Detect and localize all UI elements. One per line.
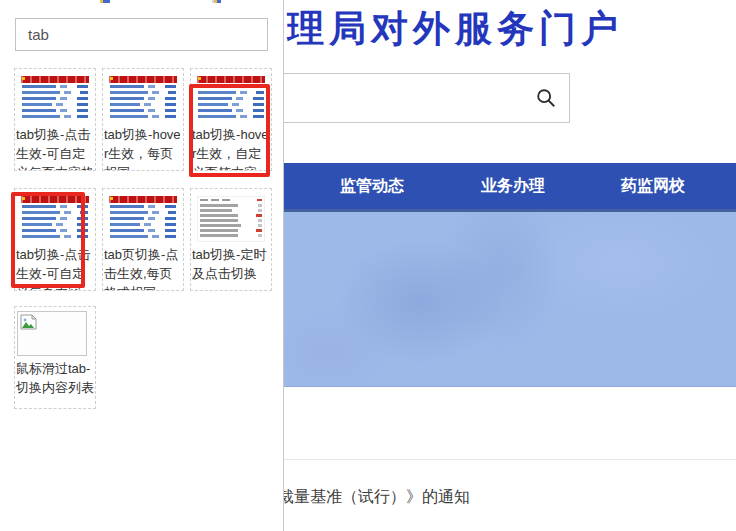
red-table-thumbnail [109, 196, 177, 242]
clipped-thumbnail-fragment [212, 0, 221, 3]
page-title-text: 理局对外服务门户 [287, 8, 623, 49]
news-item-link[interactable]: 裁量基准（试行）》的通知 [278, 487, 470, 508]
template-card-label: 鼠标滑过tab-切换内容列表 [16, 359, 96, 397]
template-card[interactable]: tab切换-点击生效-可自定义每页内容格 [14, 68, 96, 171]
template-card-label: tab切换-点击生效-可自定义每页内容 [16, 245, 96, 291]
news-text: 量基准（试行）》的通知 [294, 488, 470, 505]
nav-item-regulatory-news[interactable]: 监管动态 [340, 163, 404, 209]
nav-item-business-services[interactable]: 业务办理 [481, 163, 545, 209]
nav-item-training-school[interactable]: 药监网校 [621, 163, 685, 209]
template-card[interactable]: 鼠标滑过tab-切换内容列表 [14, 306, 96, 409]
template-card[interactable]: tab切换-定时及点击切换 [190, 188, 272, 291]
gray-table-thumbnail [197, 196, 265, 242]
template-card[interactable]: tab页切换-点击生效,每页格式相同 [102, 188, 184, 291]
red-table-thumbnail [197, 76, 265, 122]
page-title: 理局对外服务门户 [287, 4, 623, 54]
template-picker-panel: tab切换-点击生效-可自定义每页内容格 tab切换-hover生效，每页相同 … [0, 0, 284, 531]
template-card[interactable]: tab切换-hover生效，每页相同 [102, 68, 184, 171]
template-card-label: tab切换-hover生效，每页相同 [104, 125, 184, 171]
template-card-label: tab切换-hover生效，自定义页签内容 [192, 125, 272, 171]
template-card-label: tab切换-点击生效-可自定义每页内容格 [16, 125, 96, 171]
red-table-thumbnail [109, 76, 177, 122]
template-card-label: tab切换-定时及点击切换 [192, 245, 272, 283]
search-icon[interactable] [535, 87, 557, 113]
template-search-input[interactable] [15, 18, 268, 51]
red-table-thumbnail [21, 196, 89, 242]
template-card-label: tab页切换-点击生效,每页格式相同 [104, 245, 184, 291]
template-card[interactable]: tab切换-点击生效-可自定义每页内容 [14, 188, 96, 291]
site-search-box[interactable] [268, 73, 570, 123]
broken-image-icon [20, 314, 38, 330]
template-card[interactable]: tab切换-hover生效，自定义页签内容 [190, 68, 272, 171]
broken-image-placeholder [17, 311, 87, 356]
clipped-thumbnail-fragment [100, 0, 110, 3]
red-table-thumbnail [21, 76, 89, 122]
